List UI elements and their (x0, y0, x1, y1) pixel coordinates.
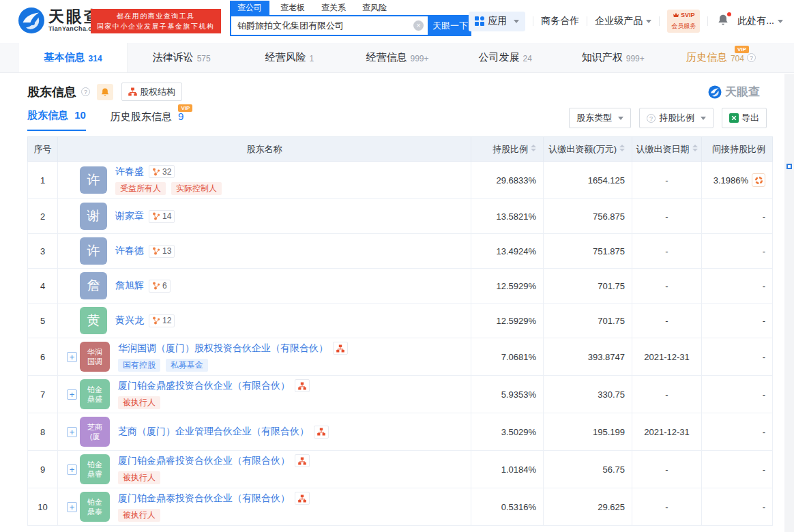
shareholder-name-link[interactable]: 厦门铂金鼎泰投资合伙企业（有限合伙） (118, 492, 290, 505)
business-cooperation-link[interactable]: 商务合作 (541, 15, 579, 27)
shareholder-tag[interactable]: 受益所有人 (115, 182, 166, 195)
equity-chart-button[interactable] (295, 379, 310, 392)
tab-operation-info[interactable]: 经营信息 999+ (343, 43, 451, 72)
expand-button[interactable]: + (67, 389, 77, 400)
indirect-ratio-value: - (763, 427, 765, 437)
avatar[interactable]: 许 (80, 166, 107, 194)
scrollbar-track[interactable] (784, 74, 794, 532)
subtab-history-shareholders[interactable]: VIP 历史股东信息 9 (111, 110, 184, 131)
search-tab-company[interactable]: 查公司 (230, 1, 269, 15)
tab-basic-info[interactable]: 基本信息 314 (19, 43, 128, 72)
avatar[interactable]: 詹 (80, 272, 107, 299)
svip-membership-button[interactable]: SVIP 会员服务 (667, 10, 700, 33)
tab-intellectual-property[interactable]: 知识产权 999+ (559, 43, 667, 72)
tab-company-development[interactable]: 公司发展 24 (452, 43, 559, 72)
shareholder-name-link[interactable]: 厦门铂金鼎盛投资合伙企业（有限合伙） (118, 380, 290, 392)
tab-legal-litigation[interactable]: 法律诉讼 575 (128, 43, 235, 72)
export-button[interactable]: 导出 (722, 108, 767, 128)
shareholder-name-link[interactable]: 华润国调（厦门）股权投资合伙企业（有限合伙） (118, 342, 328, 355)
relationship-count-badge[interactable]: 6 (149, 280, 171, 293)
search-tab-boss[interactable]: 查老板 (280, 1, 305, 15)
indirect-ratio-cell: 3.1986% (702, 162, 773, 199)
col-header-amount[interactable]: 认缴出资额(万元) (544, 137, 632, 162)
relationship-count-badge[interactable]: 14 (149, 210, 175, 223)
shareholder-tag[interactable]: 被执行人 (118, 471, 160, 484)
avatar[interactable]: 华润国调 (80, 342, 110, 372)
search-tab-relation[interactable]: 查关系 (321, 1, 346, 15)
help-icon[interactable] (81, 87, 90, 96)
avatar[interactable]: 铂金鼎睿 (80, 454, 110, 484)
search-button[interactable]: 天眼一下 (429, 15, 471, 36)
shareholder-name-link[interactable]: 谢家章 (115, 210, 144, 222)
avatar[interactable]: 谢 (80, 203, 107, 230)
relationship-count: 13 (162, 246, 171, 256)
shareholder-table-body: 1许许春盛32受益所有人实际控制人29.6833%1654.125-3.1986… (28, 162, 773, 526)
table-row: 7+铂金鼎盛厦门铂金鼎盛投资合伙企业（有限合伙）被执行人5.9353%330.7… (28, 376, 773, 413)
avatar[interactable]: 许 (80, 237, 107, 265)
row-index: 5 (28, 304, 58, 338)
expand-button[interactable]: + (67, 464, 77, 475)
shareholder-name-link[interactable]: 许春盛 (115, 166, 144, 178)
col-header-date[interactable]: 认缴出资日期 (632, 137, 702, 162)
date-cell: 2021-12-31 (632, 413, 702, 451)
avatar[interactable]: 芝商(厦 (80, 417, 110, 447)
relationship-count-badge[interactable]: 12 (149, 314, 175, 327)
col-header-ratio[interactable]: 持股比例 (471, 137, 544, 162)
apps-menu-button[interactable]: 应用 (469, 12, 525, 31)
search-tab-risk[interactable]: 查风险 (362, 1, 387, 15)
shareholder-name-cell: 许许春盛32受益所有人实际控制人 (58, 162, 471, 199)
ratio-filter[interactable]: 持股比例 (639, 108, 714, 128)
slogan-line2: 国家中小企业发展子基金旗下机构 (97, 21, 215, 31)
clear-search-icon[interactable] (413, 20, 424, 31)
expand-placeholder (67, 281, 77, 291)
table-row: 4詹詹旭辉612.5929%701.75-- (28, 269, 773, 304)
shareholder-name-link[interactable]: 厦门铂金鼎睿投资合伙企业（有限合伙） (118, 455, 290, 467)
shareholder-name-link[interactable]: 芝商（厦门）企业管理合伙企业（有限合伙） (118, 426, 309, 438)
notifications-button[interactable] (717, 14, 729, 29)
col-header-index: 序号 (28, 137, 58, 162)
shareholder-name-link[interactable]: 詹旭辉 (115, 280, 144, 292)
avatar[interactable]: 铂金鼎盛 (80, 379, 110, 409)
tab-operation-risk[interactable]: 经营风险 1 (235, 43, 343, 72)
monitor-bell-button[interactable] (97, 84, 113, 100)
shareholder-tag[interactable]: 国有控股 (118, 359, 160, 372)
crown-icon (673, 12, 679, 18)
avatar[interactable]: 黄 (80, 307, 107, 334)
equity-penetration-icon[interactable] (752, 173, 765, 187)
row-index: 4 (28, 269, 58, 304)
tianyancha-logo-icon[interactable] (18, 7, 45, 34)
equity-chart-button[interactable] (333, 342, 348, 355)
shareholder-name-link[interactable]: 黄兴龙 (115, 314, 144, 327)
shareholder-type-filter[interactable]: 股东类型 (569, 108, 631, 128)
expand-placeholder (67, 211, 77, 222)
relationship-graph-icon (152, 212, 160, 220)
shareholder-name-link[interactable]: 许春德 (115, 245, 144, 257)
row-index: 2 (28, 199, 58, 234)
shareholder-tag[interactable]: 私募基金 (166, 359, 208, 372)
equity-chart-button[interactable] (295, 492, 310, 505)
expand-button[interactable]: + (67, 427, 77, 437)
help-icon[interactable] (747, 53, 756, 62)
shareholder-tag[interactable]: 实际控制人 (171, 182, 222, 195)
user-menu[interactable]: 此处有... (737, 15, 783, 27)
expand-button[interactable]: + (67, 352, 77, 362)
expand-button[interactable]: + (67, 502, 77, 512)
enterprise-products-link[interactable]: 企业级产品 (595, 15, 651, 27)
relationship-count-badge[interactable]: 13 (149, 245, 175, 258)
shareholder-name-cell: +华润国调华润国调（厦门）股权投资合伙企业（有限合伙）国有控股私募基金 (58, 338, 471, 376)
row-index: 10 (28, 488, 58, 526)
tab-history-info[interactable]: VIP 历史信息 704 (667, 43, 775, 72)
equity-chart-button[interactable] (314, 426, 329, 439)
shareholder-subtabs: 股东信息 10 VIP 历史股东信息 9 股东类型 持股比例 导出 (27, 108, 767, 131)
subtab-current-shareholders[interactable]: 股东信息 10 (27, 109, 86, 131)
chevron-down-icon (646, 20, 651, 23)
equity-structure-button[interactable]: 股权结构 (121, 83, 182, 101)
shareholder-tag[interactable]: 被执行人 (118, 509, 160, 522)
org-chart-icon (317, 428, 325, 436)
shareholder-name-cell: 黄黄兴龙12 (58, 304, 471, 338)
search-input[interactable] (230, 15, 429, 36)
equity-chart-button[interactable] (295, 454, 310, 467)
relationship-count-badge[interactable]: 32 (149, 165, 175, 178)
shareholder-tag[interactable]: 被执行人 (118, 396, 160, 409)
avatar[interactable]: 铂金鼎泰 (80, 492, 110, 522)
